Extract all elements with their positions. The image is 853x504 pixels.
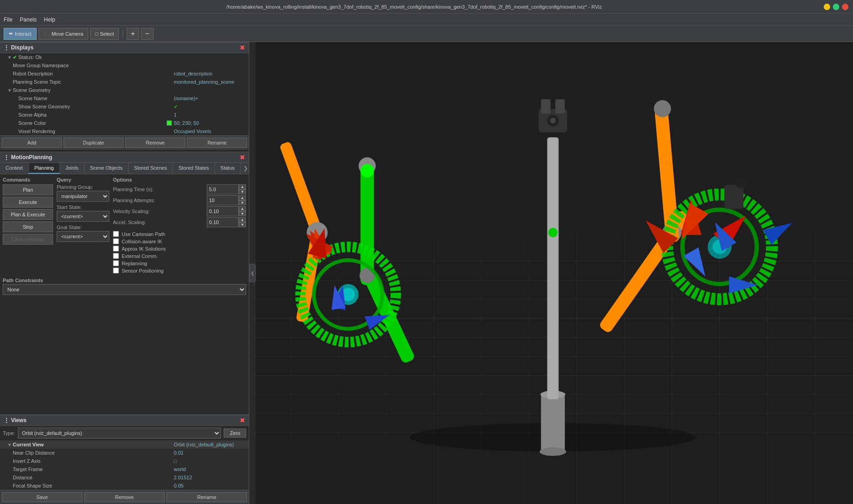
menu-panels[interactable]: Panels: [20, 16, 37, 23]
expand-arrow-scene[interactable]: ▼: [7, 88, 13, 93]
views-zero-button[interactable]: Zero: [224, 429, 246, 438]
collapse-arrow[interactable]: ❮: [249, 264, 256, 282]
cartesian-path-checkbox[interactable]: [113, 231, 119, 237]
planning-time-down[interactable]: ▼: [239, 189, 246, 194]
accel-down[interactable]: ▼: [239, 222, 246, 227]
tab-planning[interactable]: Planning: [29, 163, 60, 174]
remove-button[interactable]: −: [141, 28, 153, 40]
color-swatch: [166, 120, 172, 126]
views-header: ⋮ Views ✖: [0, 415, 249, 426]
cartesian-path-row: Use Cartesian Path: [113, 231, 246, 237]
views-close-button[interactable]: ✖: [240, 417, 245, 424]
tab-status[interactable]: Status: [215, 163, 241, 174]
left-panel: ⋮ Displays ✖ ▼ ✔ Status: Ok Move Group N…: [0, 42, 249, 504]
views-type-select[interactable]: Orbit (rviz_default_plugins): [18, 428, 221, 439]
maximize-button[interactable]: [833, 4, 839, 10]
velocity-scaling-input[interactable]: [207, 206, 239, 216]
svg-point-60: [735, 177, 747, 188]
checkboxes-section: Use Cartesian Path Collision-aware IK Ap…: [113, 231, 246, 273]
select-icon: □: [95, 31, 98, 37]
accel-up[interactable]: ▲: [239, 217, 246, 222]
planning-main-row: Commands Plan Execute Plan & Execute Sto…: [3, 177, 246, 275]
external-comm-checkbox[interactable]: [113, 253, 119, 259]
displays-duplicate-button[interactable]: Duplicate: [64, 138, 123, 148]
tab-scene-objects[interactable]: Scene Objects: [85, 163, 129, 174]
toolbar-separator: [123, 29, 123, 38]
views-buttons: Save Remove Rename: [0, 490, 249, 504]
distance-row: Distance 2.01512: [0, 473, 249, 482]
replanning-checkbox[interactable]: [113, 260, 119, 266]
approx-ik-checkbox[interactable]: [113, 246, 119, 252]
motion-planning-tabs: Context Planning Joints Scene Objects St…: [0, 163, 249, 174]
tab-joints[interactable]: Joints: [60, 163, 85, 174]
menu-help[interactable]: Help: [44, 16, 55, 23]
displays-rename-button[interactable]: Rename: [187, 138, 247, 148]
velocity-scaling-field: ▲ ▼: [207, 206, 246, 216]
tree-row-scene-alpha: Scene Alpha 1: [0, 111, 249, 119]
planning-time-input[interactable]: [207, 184, 239, 194]
close-button[interactable]: [842, 4, 848, 10]
tab-stored-scenes[interactable]: Stored Scenes: [129, 163, 173, 174]
expand-arrow-status[interactable]: ▼: [7, 55, 13, 60]
commands-column: Commands Plan Execute Plan & Execute Sto…: [3, 177, 53, 275]
displays-remove-button[interactable]: Remove: [125, 138, 185, 148]
3d-viewport[interactable]: [256, 42, 853, 504]
views-tree: ▼ Current View Orbit (rviz_default_plugi…: [0, 440, 249, 490]
move-camera-button[interactable]: 🎥 Move Camera: [38, 28, 88, 40]
tab-context[interactable]: Context: [0, 163, 29, 174]
collision-ik-checkbox[interactable]: [113, 238, 119, 244]
displays-header: ⋮ Displays ✖: [0, 42, 249, 53]
displays-close-button[interactable]: ✖: [240, 44, 245, 51]
window-controls: [824, 4, 848, 10]
svg-point-32: [550, 118, 556, 123]
current-view-expand[interactable]: ▼: [7, 442, 13, 447]
tree-row-voxel: Voxel Rendering Occupied Voxels: [0, 127, 249, 135]
svg-rect-59: [724, 185, 744, 209]
collision-ik-row: Collision-aware IK: [113, 238, 246, 244]
planning-time-up[interactable]: ▲: [239, 184, 246, 189]
motion-planning-title: ⋮ MotionPlanning: [4, 154, 52, 161]
tab-more-button[interactable]: ❯: [241, 163, 249, 174]
interact-button[interactable]: ⬌ Interact: [4, 28, 37, 40]
clear-octomap-button[interactable]: Clear octomap: [3, 234, 53, 245]
velocity-up[interactable]: ▲: [239, 206, 246, 211]
planning-group-select[interactable]: manipulator: [57, 191, 109, 202]
sensor-positioning-checkbox[interactable]: [113, 268, 119, 273]
planning-time-field: ▲ ▼: [207, 184, 246, 194]
goal-state-select[interactable]: <current>: [57, 231, 109, 242]
select-button[interactable]: □ Select: [90, 28, 119, 40]
accel-scaling-input[interactable]: [207, 217, 239, 227]
svg-point-70: [548, 228, 558, 237]
svg-rect-30: [555, 99, 565, 113]
views-rename-button[interactable]: Rename: [166, 492, 247, 502]
tree-row-status: ▼ ✔ Status: Ok: [0, 53, 249, 61]
plan-button[interactable]: Plan: [3, 184, 53, 195]
motion-planning-close-button[interactable]: ✖: [240, 154, 245, 161]
views-title: ⋮ Views: [4, 417, 27, 424]
execute-button[interactable]: Execute: [3, 197, 53, 208]
start-state-select[interactable]: <current>: [57, 211, 109, 222]
planning-attempts-down[interactable]: ▼: [239, 200, 246, 205]
tree-row-scene-name: Scene Name (noname)+: [0, 94, 249, 102]
views-save-button[interactable]: Save: [2, 492, 82, 502]
views-remove-button[interactable]: Remove: [84, 492, 165, 502]
tree-row-scene-color: Scene Color 50; 230; 50: [0, 119, 249, 127]
camera-icon: 🎥: [43, 31, 50, 37]
displays-add-button[interactable]: Add: [2, 138, 62, 148]
path-constraints-select[interactable]: None: [3, 284, 246, 295]
motion-planning-section: ⋮ MotionPlanning ✖ Context Planning Join…: [0, 152, 249, 414]
velocity-down[interactable]: ▼: [239, 211, 246, 216]
panel-collapse-handle[interactable]: ❮: [249, 42, 256, 504]
plan-execute-button[interactable]: Plan & Execute: [3, 209, 53, 220]
tab-stored-states[interactable]: Stored States: [173, 163, 215, 174]
svg-point-69: [360, 164, 374, 177]
tree-row-show-scene: Show Scene Geometry ✓: [0, 102, 249, 111]
menu-file[interactable]: File: [4, 16, 12, 23]
stop-button[interactable]: Stop: [3, 221, 53, 232]
planning-attempts-input[interactable]: [207, 195, 239, 205]
minimize-button[interactable]: [824, 4, 830, 10]
planning-attempts-field: ▲ ▼: [207, 195, 246, 205]
add-button[interactable]: +: [127, 28, 139, 40]
planning-attempts-up[interactable]: ▲: [239, 195, 246, 200]
svg-point-26: [540, 447, 566, 456]
